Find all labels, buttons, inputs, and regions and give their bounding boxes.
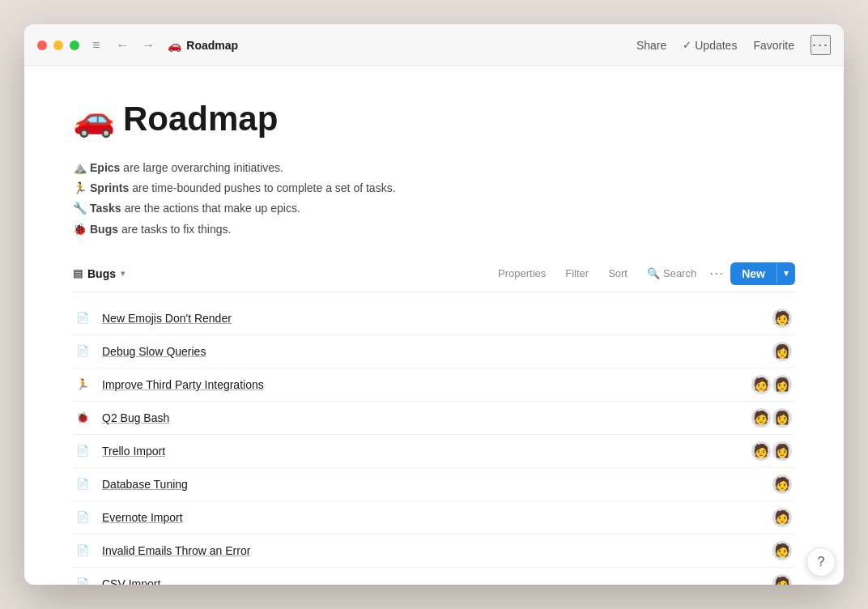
updates-check-icon: ✓ <box>683 39 691 51</box>
title-text: Roadmap <box>186 39 238 52</box>
sort-button[interactable]: Sort <box>602 264 634 283</box>
search-icon: 🔍 <box>647 267 660 279</box>
row-type-icon: 📄 <box>76 511 96 523</box>
close-button[interactable] <box>37 40 47 50</box>
row-title: Debug Slow Queries <box>102 345 772 358</box>
filter-button[interactable]: Filter <box>559 264 595 283</box>
row-avatars: 🧑👩 <box>751 408 792 428</box>
sprints-bold: Sprints <box>90 178 129 198</box>
epics-bold: Epics <box>90 158 120 178</box>
favorite-button[interactable]: Favorite <box>753 39 794 52</box>
page-content: 🚗 Roadmap ⛰️ Epics are large overarching… <box>24 66 844 585</box>
row-avatars: 🧑 <box>772 508 792 527</box>
row-type-icon: 🐞 <box>76 411 96 424</box>
avatar: 🧑 <box>772 309 792 328</box>
avatar: 👩 <box>772 408 792 428</box>
row-avatars: 🧑👩 <box>751 375 792 394</box>
forward-button[interactable]: → <box>138 36 158 54</box>
new-button[interactable]: New ▾ <box>730 262 795 285</box>
row-type-icon: 🏃 <box>76 378 96 390</box>
row-avatars: 🧑 <box>772 475 792 494</box>
epics-text: are large overarching initiatives. <box>123 158 283 178</box>
row-title: Database Tuning <box>102 478 772 491</box>
minimize-button[interactable] <box>53 40 63 50</box>
avatar: 🧑 <box>772 475 792 494</box>
table-row[interactable]: 🏃Improve Third Party Integrations🧑👩 <box>73 368 795 402</box>
desc-line-epics: ⛰️ Epics are large overarching initiativ… <box>73 158 795 178</box>
search-label: Search <box>663 267 696 279</box>
sprints-emoji: 🏃 <box>73 178 87 198</box>
avatar: 🧑 <box>751 375 771 394</box>
database-name[interactable]: ▤ Bugs ▾ <box>73 267 125 280</box>
avatar: 🧑 <box>751 408 771 428</box>
table-row[interactable]: 📄CSV Import🧑 <box>73 568 795 585</box>
desc-line-tasks: 🔧 Tasks are the actions that make up epi… <box>73 198 795 219</box>
properties-button[interactable]: Properties <box>491 264 552 283</box>
more-button[interactable]: ··· <box>811 35 831 55</box>
menu-icon[interactable]: ≡ <box>92 38 100 53</box>
avatar: 👩 <box>772 342 792 361</box>
page-title-emoji: 🚗 <box>73 99 115 138</box>
database-bar: ▤ Bugs ▾ Properties Filter Sort 🔍 Search… <box>73 262 795 292</box>
updates-button[interactable]: ✓ Updates <box>683 39 737 52</box>
new-button-label: New <box>730 262 777 285</box>
table-row[interactable]: 📄New Emojis Don't Render🧑 <box>73 302 795 335</box>
row-type-icon: 📄 <box>76 345 96 357</box>
tasks-emoji: 🔧 <box>73 198 87 219</box>
avatar: 🧑 <box>751 441 771 461</box>
table-row[interactable]: 📄Evernote Import🧑 <box>73 501 795 534</box>
row-type-icon: 📄 <box>76 478 96 490</box>
row-type-icon: 📄 <box>76 577 96 585</box>
row-title: Evernote Import <box>102 511 772 524</box>
search-button[interactable]: 🔍 Search <box>640 264 703 283</box>
row-type-icon: 📄 <box>76 445 96 457</box>
database-name-text: Bugs <box>87 267 116 280</box>
sprints-text: are time-bounded pushes to complete a se… <box>132 178 395 198</box>
avatar: 🧑 <box>772 541 792 560</box>
avatar: 🧑 <box>772 574 792 585</box>
table-row[interactable]: 📄Trello Import🧑👩 <box>73 435 795 468</box>
titlebar-actions: Share ✓ Updates Favorite ··· <box>636 35 831 55</box>
row-avatars: 🧑 <box>772 574 792 585</box>
row-avatars: 🧑 <box>772 309 792 328</box>
row-title: New Emojis Don't Render <box>102 312 772 325</box>
page-title: 🚗 Roadmap <box>73 99 795 138</box>
avatar: 👩 <box>772 441 792 461</box>
row-title: Improve Third Party Integrations <box>102 378 751 391</box>
page-title-text: Roadmap <box>123 100 278 138</box>
share-button[interactable]: Share <box>636 39 666 52</box>
back-button[interactable]: ← <box>113 36 132 54</box>
updates-label: Updates <box>695 39 737 52</box>
table-row[interactable]: 🐞Q2 Bug Bash🧑👩 <box>73 402 795 435</box>
page-breadcrumb: 🚗 Roadmap <box>168 39 238 52</box>
row-avatars: 👩 <box>772 342 792 361</box>
new-button-arrow[interactable]: ▾ <box>777 263 795 283</box>
row-type-icon: 📄 <box>76 312 96 324</box>
row-title: Trello Import <box>102 445 751 458</box>
database-icon: ▤ <box>73 267 83 279</box>
table-row[interactable]: 📄Debug Slow Queries👩 <box>73 335 795 368</box>
title-emoji: 🚗 <box>168 39 181 52</box>
tasks-text: are the actions that make up epics. <box>125 198 300 219</box>
help-button[interactable]: ? <box>806 547 836 577</box>
bugs-table: 📄New Emojis Don't Render🧑📄Debug Slow Que… <box>73 302 795 585</box>
database-more-button[interactable]: ··· <box>709 265 724 282</box>
desc-line-bugs: 🐞 Bugs are tasks to fix things. <box>73 219 795 240</box>
nav-arrows: ← → <box>113 36 158 54</box>
main-window: ≡ ← → 🚗 Roadmap Share ✓ Updates Favorite… <box>24 24 844 585</box>
titlebar: ≡ ← → 🚗 Roadmap Share ✓ Updates Favorite… <box>24 24 844 66</box>
row-avatars: 🧑👩 <box>751 441 792 461</box>
avatar: 👩 <box>772 375 792 394</box>
row-title: CSV Import <box>102 577 772 585</box>
bugs-bold: Bugs <box>90 219 118 240</box>
database-chevron-icon: ▾ <box>121 269 125 278</box>
table-row[interactable]: 📄Invalid Emails Throw an Error🧑 <box>73 534 795 568</box>
epics-emoji: ⛰️ <box>73 158 87 178</box>
table-row[interactable]: 📄Database Tuning🧑 <box>73 468 795 501</box>
row-avatars: 🧑 <box>772 541 792 560</box>
traffic-lights <box>37 40 79 50</box>
maximize-button[interactable] <box>70 40 79 50</box>
avatar: 🧑 <box>772 508 792 527</box>
description-block: ⛰️ Epics are large overarching initiativ… <box>73 158 795 240</box>
row-type-icon: 📄 <box>76 544 96 556</box>
